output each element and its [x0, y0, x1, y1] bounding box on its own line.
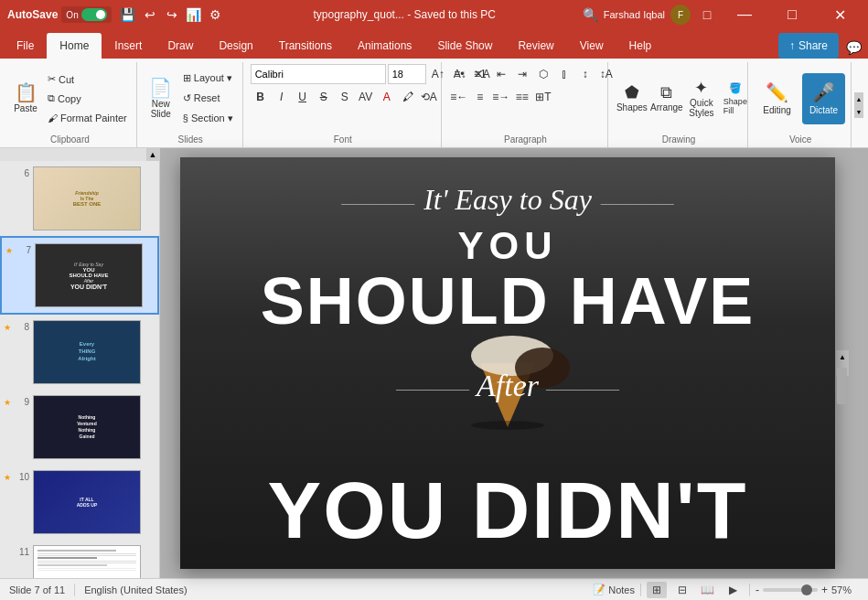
slide-8-img[interactable]: EveryTHINGAlright [33, 320, 141, 384]
font-size-input[interactable] [388, 64, 426, 84]
paragraph-label: Paragraph [449, 133, 602, 146]
slide-thumb-10[interactable]: ★ 10 IT ALLADDS UP [0, 465, 159, 540]
smartart-button[interactable]: ⬡ [533, 64, 553, 84]
zoom-in-icon[interactable]: + [821, 584, 828, 596]
increase-indent-button[interactable]: ⇥ [512, 64, 532, 84]
ribbon-scroll-down[interactable]: ▼ [854, 105, 863, 118]
user-avatar: F [670, 5, 691, 25]
copy-button[interactable]: ⧉ Copy [44, 90, 131, 108]
slide-text-area[interactable]: It' Easy to Say YOU SHOULD HAVE After [180, 157, 835, 569]
autosave-pill[interactable] [81, 8, 107, 21]
tab-review[interactable]: Review [505, 33, 566, 59]
slide-7-img[interactable]: It' Easy to Say YOU SHOULD HAVE After YO… [35, 243, 143, 307]
maximize-button[interactable]: □ [771, 0, 813, 29]
underline-button[interactable]: U [293, 87, 313, 107]
bullets-button[interactable]: ≡• [449, 64, 469, 84]
slide-canvas[interactable]: It' Easy to Say YOU SHOULD HAVE After [180, 157, 835, 569]
new-slide-button[interactable]: 📄 New Slide [145, 73, 177, 124]
editing-button[interactable]: ✏️ Editing [755, 73, 798, 124]
text-direction-button[interactable]: ⟲A [419, 87, 439, 107]
tab-home[interactable]: Home [47, 33, 102, 59]
zoom-out-icon[interactable]: - [755, 584, 759, 596]
char-spacing-button[interactable]: AV [356, 87, 376, 107]
redo-button[interactable]: ↪ [161, 4, 183, 26]
tab-transitions[interactable]: Transitions [266, 33, 345, 59]
align-left-button[interactable]: ≡← [449, 87, 469, 107]
cut-button[interactable]: ✂ Cut [44, 70, 131, 89]
slide-thumb-8[interactable]: ★ 8 EveryTHINGAlright [0, 315, 159, 390]
line-spacing-button[interactable]: ↕ [575, 64, 595, 84]
shape-fill-button[interactable]: 🪣 Shape Fill [720, 80, 751, 117]
numbering-button[interactable]: ≡1 [470, 64, 490, 84]
slide-thumb-7[interactable]: ★ 7 It' Easy to Say YOU SHOULD HAVE Afte… [0, 236, 159, 315]
slide-thumb-9[interactable]: ★ 9 NothingVenturedNothingGained [0, 390, 159, 465]
shapes-button[interactable]: ⬟ Shapes [616, 73, 648, 124]
slide-6-star [4, 166, 13, 169]
slide-thumb-11[interactable]: 11 [0, 540, 159, 578]
zoom-slider[interactable] [763, 588, 818, 592]
panel-scroll-up-button[interactable]: ▲ [146, 148, 159, 161]
arrange-button[interactable]: ⧉ Arrange [650, 73, 683, 124]
star-icon-7: ★ [5, 246, 13, 255]
section-button[interactable]: § Section ▾ [179, 110, 237, 128]
slide-11-img[interactable] [33, 545, 141, 578]
reading-view-button[interactable]: 📖 [698, 582, 718, 598]
justify-text-button[interactable]: ⊞T [533, 87, 553, 107]
tab-insert[interactable]: Insert [102, 33, 155, 59]
share-button[interactable]: ↑ Share [778, 33, 839, 59]
comments-button[interactable]: 💬 [842, 37, 864, 59]
tab-help[interactable]: Help [616, 33, 665, 59]
normal-view-button[interactable]: ⊞ [647, 582, 667, 598]
slideshow-view-button[interactable]: ▶ [723, 582, 744, 598]
right-scrollbar[interactable]: ▲ ▼ [835, 350, 848, 376]
columns-button[interactable]: ⫿ [554, 64, 574, 84]
slide-panel[interactable]: ▲ 6 Friendship Is The BEST ONE ★ 7 [0, 148, 160, 578]
justify-button[interactable]: ≡≡ [512, 87, 532, 107]
scroll-up-arrow[interactable]: ▲ [836, 350, 849, 363]
tab-animations[interactable]: Animations [345, 33, 424, 59]
strikethrough-button[interactable]: S [314, 87, 334, 107]
autosave-toggle[interactable]: On [61, 6, 111, 23]
align-center-button[interactable]: ≡ [470, 87, 490, 107]
slide-9-img[interactable]: NothingVenturedNothingGained [33, 395, 141, 459]
bold-button[interactable]: B [251, 87, 271, 107]
align-right-button[interactable]: ≡→ [491, 87, 511, 107]
slide-6-img[interactable]: Friendship Is The BEST ONE [33, 166, 141, 230]
arrange-icon: ⧉ [660, 84, 672, 101]
reset-button[interactable]: ↺ Reset [179, 90, 237, 108]
ribbon-view-button[interactable]: □ [696, 4, 718, 26]
slide-sorter-button[interactable]: ⊟ [672, 582, 692, 598]
shadow-button[interactable]: S [335, 87, 355, 107]
save-button[interactable]: 💾 [117, 4, 139, 26]
close-button[interactable]: ✕ [819, 0, 861, 29]
font-name-input[interactable] [251, 64, 386, 84]
canvas-area[interactable]: It' Easy to Say YOU SHOULD HAVE After [160, 148, 868, 578]
tab-draw[interactable]: Draw [155, 33, 206, 59]
slide-thumb-6[interactable]: 6 Friendship Is The BEST ONE [0, 161, 159, 236]
scroll-thumb[interactable] [837, 368, 847, 404]
italic-button[interactable]: I [272, 87, 292, 107]
decrease-indent-button[interactable]: ⇤ [491, 64, 511, 84]
s10-text: IT ALLADDS UP [77, 497, 98, 509]
tab-view[interactable]: View [567, 33, 616, 59]
quick-styles-button[interactable]: ✦ Quick Styles [685, 73, 718, 124]
dictate-button[interactable]: 🎤 Dictate [802, 73, 845, 124]
highlight-button[interactable]: 🖍 [398, 87, 418, 107]
customize-button[interactable]: ⚙ [205, 4, 227, 26]
clipboard-label: Clipboard [9, 133, 131, 146]
paste-button[interactable]: 📋 Paste [9, 73, 42, 124]
font-color-button[interactable]: A [377, 87, 397, 107]
slide-10-img[interactable]: IT ALLADDS UP [33, 470, 141, 534]
slides-group: 📄 New Slide ⊞ Layout ▾ ↺ Reset § Section… [139, 62, 243, 148]
search-icon[interactable]: 🔍 [583, 7, 598, 22]
tab-slideshow[interactable]: Slide Show [424, 33, 505, 59]
tab-design[interactable]: Design [206, 33, 265, 59]
tab-file[interactable]: File [4, 33, 47, 59]
notes-button[interactable]: 📝 Notes [593, 584, 635, 595]
minimize-button[interactable]: — [723, 0, 766, 29]
undo-button[interactable]: ↩ [139, 4, 161, 26]
layout-button[interactable]: ⊞ Layout ▾ [179, 70, 237, 88]
presentation-view-button[interactable]: 📊 [183, 4, 205, 26]
format-painter-button[interactable]: 🖌 Format Painter [44, 109, 131, 127]
ribbon-scroll-up[interactable]: ▲ [854, 92, 863, 105]
